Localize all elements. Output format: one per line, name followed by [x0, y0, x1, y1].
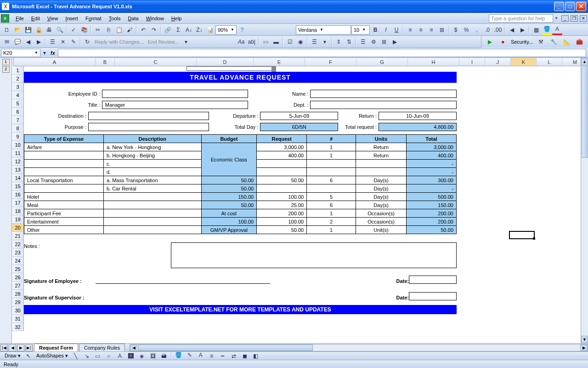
next-comment-icon[interactable]: ▶ [34, 37, 44, 47]
hscroll-right-icon[interactable]: ▶ [580, 345, 588, 351]
currency-icon[interactable]: $ [451, 25, 461, 35]
prev-comment-icon[interactable]: ◀ [23, 37, 33, 47]
font-select[interactable]: Verdana▼ [296, 25, 351, 34]
col-header-B[interactable]: B [96, 58, 115, 66]
run-dialog-icon[interactable]: ▶ [390, 37, 400, 47]
research-icon[interactable]: 📚 [79, 25, 89, 35]
row-header-5[interactable]: 5 [12, 99, 23, 108]
table-row[interactable]: Local Transportationa. Mass Transportati… [24, 176, 457, 184]
increase-indent-icon[interactable]: ▶ [517, 25, 527, 35]
textbox-control-icon[interactable]: ab| [247, 37, 257, 47]
outline-level-2[interactable]: 2 [2, 66, 10, 73]
row-header-9[interactable]: 9 [12, 132, 23, 141]
minimize-button[interactable]: _ [554, 2, 564, 11]
format-painter-icon[interactable]: 🖌 [124, 25, 135, 35]
list-control-icon[interactable]: ☰ [309, 37, 319, 47]
percent-icon[interactable]: % [461, 25, 471, 35]
row-header-6[interactable]: 6 [12, 108, 23, 116]
sort-desc-icon[interactable]: Z↓ [194, 25, 204, 35]
scroll-down-icon[interactable]: ▼ [581, 336, 588, 343]
menu-format[interactable]: Format [82, 14, 105, 23]
input-purpose[interactable] [88, 123, 209, 131]
button-control-icon[interactable]: ▬ [271, 37, 281, 47]
tab-request-form[interactable]: Request Form [34, 344, 78, 351]
row-header-18[interactable]: 18 [12, 207, 23, 215]
input-date-2[interactable] [409, 292, 457, 300]
merge-icon[interactable]: ⊞ [437, 25, 447, 35]
end-review-label[interactable]: End Review... [146, 39, 181, 45]
close-button[interactable]: ✕ [576, 2, 586, 11]
col-header-K[interactable]: K [511, 58, 537, 66]
name-box[interactable]: K20▼ [1, 49, 40, 57]
align-right-icon[interactable]: ≡ [426, 25, 436, 35]
align-center-icon[interactable]: ≡ [416, 25, 426, 35]
table-row[interactable]: OtherGM/VP Approval50.001Unit(s)50.00 [24, 226, 457, 234]
row-header-15[interactable]: 15 [12, 182, 23, 190]
show-comment-icon[interactable]: 💬 [12, 37, 23, 47]
underline-icon[interactable]: U [391, 25, 401, 35]
row-header-31[interactable]: 31 [12, 315, 23, 323]
vertical-scrollbar[interactable]: ▲ ▼ [581, 58, 588, 343]
scroll-thumb[interactable] [582, 66, 588, 158]
input-date-1[interactable] [409, 276, 457, 284]
label-control-icon[interactable]: Aa [236, 37, 246, 47]
new-icon[interactable]: 🗋 [2, 25, 12, 35]
maximize-button[interactable]: □ [565, 2, 575, 11]
active-cell[interactable] [509, 231, 535, 239]
undo-icon[interactable]: ↶ [138, 25, 148, 35]
col-header-E[interactable]: E [254, 58, 305, 66]
paste-icon[interactable]: 📋 [114, 25, 124, 35]
hscroll-left-icon[interactable]: ◀ [130, 345, 137, 351]
menu-insert[interactable]: Insert [62, 14, 82, 23]
toggle-grid-icon[interactable]: ⊞ [379, 37, 389, 47]
checkbox-control-icon[interactable]: ☑ [285, 37, 295, 47]
input-destination[interactable] [88, 112, 209, 120]
new-comment-icon[interactable]: ✉ [2, 37, 12, 47]
input-title[interactable]: Manager [102, 101, 249, 109]
table-row[interactable]: Airfarea. New York - HongkongEconomic Cl… [24, 143, 457, 151]
row-headers[interactable]: 1234567891011121314151617181920212223242… [12, 66, 24, 343]
bold-icon[interactable]: B [370, 25, 380, 35]
tab-company-rules[interactable]: Company Rules [79, 344, 125, 351]
outline-level-1[interactable]: 1 [2, 59, 10, 65]
sort-asc-icon[interactable]: A↓ [184, 25, 194, 35]
help-search-input[interactable] [489, 14, 553, 23]
draw-menu[interactable]: Draw ▾ [3, 353, 23, 359]
row-header-22[interactable]: 22 [12, 240, 23, 248]
row-header-13[interactable]: 13 [12, 166, 23, 174]
cut-icon[interactable]: ✂ [93, 25, 103, 35]
decrease-indent-icon[interactable]: ◀ [507, 25, 517, 35]
print-icon[interactable]: 🖶 [44, 25, 54, 35]
fill-color-icon[interactable]: 🪣 [542, 25, 552, 35]
row-header-23[interactable]: 23 [12, 248, 23, 257]
input-name[interactable] [310, 90, 457, 98]
comma-icon[interactable]: , [472, 25, 482, 35]
security-label[interactable]: Security... [511, 39, 533, 45]
row-header-2[interactable]: 2 [12, 75, 23, 83]
row-header-1[interactable]: 1 [12, 66, 23, 75]
control-toolbox-icon[interactable]: 🧰 [574, 37, 584, 47]
menu-data[interactable]: Data [124, 14, 142, 23]
table-row[interactable]: Meal50.0025.006Day(s)150.00 [24, 201, 457, 209]
input-notes[interactable] [171, 242, 457, 268]
col-header-F[interactable]: F [305, 58, 356, 66]
col-header-J[interactable]: J [485, 58, 511, 66]
col-header-H[interactable]: H [408, 58, 459, 66]
print-preview-icon[interactable]: 🔍 [55, 25, 65, 35]
decrease-decimal-icon[interactable]: .00 [493, 25, 503, 35]
group-box-icon[interactable]: ▭ [260, 37, 271, 47]
formula-input[interactable] [58, 49, 586, 57]
tab-last-icon[interactable]: ▶| [25, 344, 33, 351]
row-header-8[interactable]: 8 [12, 124, 23, 132]
row-header-25[interactable]: 25 [12, 265, 23, 273]
input-dept[interactable] [310, 101, 457, 109]
row-header-26[interactable]: 26 [12, 273, 23, 282]
row-header-3[interactable]: 3 [12, 83, 23, 91]
reply-changes-label[interactable]: Reply with Changes... [93, 39, 146, 45]
namebox-dropdown-icon[interactable]: ▾ [41, 48, 48, 58]
font-color-icon[interactable]: A [552, 25, 562, 35]
borders-icon[interactable]: ▦ [531, 25, 541, 35]
app-icon[interactable]: X [1, 14, 9, 23]
delete-comment-icon[interactable]: ✕ [58, 37, 68, 47]
tab-next-icon[interactable]: ▶ [17, 344, 24, 351]
